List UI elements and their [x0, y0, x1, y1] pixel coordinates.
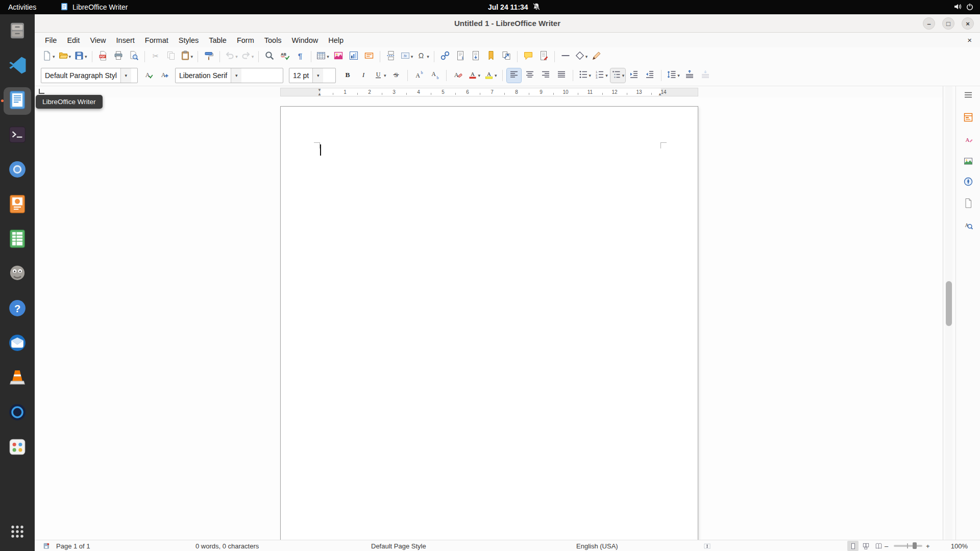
show-draw-functions-button[interactable] — [590, 49, 604, 64]
menu-insert[interactable]: Insert — [111, 35, 140, 46]
close-button[interactable]: × — [962, 17, 974, 30]
book-view-button[interactable] — [873, 541, 884, 551]
cut-button[interactable]: ✂ — [149, 49, 163, 64]
page-count-status[interactable]: Page 1 of 1 — [56, 540, 90, 551]
horizontal-line-button[interactable] — [558, 49, 573, 64]
align-center-button[interactable] — [523, 68, 537, 83]
show-applications-button[interactable] — [0, 518, 35, 547]
single-page-view-button[interactable] — [847, 541, 859, 551]
zoom-level[interactable]: 100% — [951, 540, 968, 551]
selection-mode-icon[interactable] — [703, 540, 711, 551]
italic-button[interactable]: I — [356, 68, 371, 83]
insert-footnote-button[interactable]: 1 — [453, 49, 468, 64]
horizontal-ruler[interactable]: ▼ ▲ ▲ 1234567891011121314 — [280, 88, 698, 96]
dock-chrome[interactable] — [0, 153, 35, 188]
insert-chart-button[interactable] — [347, 49, 361, 64]
vertical-scrollbar-thumb[interactable] — [946, 281, 952, 326]
bold-button[interactable]: B — [340, 68, 355, 83]
clone-formatting-button[interactable] — [202, 49, 216, 64]
dock-libreoffice-impress[interactable] — [0, 188, 35, 222]
undo-button[interactable]: ▾ — [224, 49, 239, 64]
menu-format[interactable]: Format — [140, 35, 174, 46]
maximize-button[interactable]: □ — [942, 17, 954, 30]
menu-edit[interactable]: Edit — [62, 35, 85, 46]
dock-software-center[interactable] — [0, 431, 35, 465]
justify-button[interactable] — [554, 68, 569, 83]
insert-page-break-button[interactable] — [384, 49, 398, 64]
new-document-button[interactable]: ▾ — [41, 49, 56, 64]
decrease-indent-button[interactable] — [643, 68, 657, 83]
dock-files[interactable] — [0, 14, 35, 49]
insert-special-character-button[interactable]: Ω▾ — [415, 49, 430, 64]
increase-paragraph-spacing-button[interactable] — [682, 68, 697, 83]
chevron-down-icon[interactable]: ▾ — [312, 68, 323, 83]
dock-terminal[interactable] — [0, 118, 35, 153]
dock-libreoffice-writer[interactable] — [0, 84, 35, 118]
update-style-button[interactable]: A — [141, 68, 156, 83]
print-button[interactable] — [111, 49, 126, 64]
activities-button[interactable]: Activities — [8, 0, 36, 14]
insert-hyperlink-button[interactable] — [438, 49, 452, 64]
zoom-in-button[interactable]: + — [926, 540, 930, 551]
dock-thunderbird[interactable] — [0, 327, 35, 361]
underline-button[interactable]: U▾ — [372, 68, 387, 83]
highlight-color-button[interactable]: A▾ — [483, 68, 498, 83]
minimize-button[interactable]: – — [923, 17, 935, 30]
superscript-button[interactable]: Ab — [412, 68, 426, 83]
insert-table-button[interactable]: ▾ — [315, 49, 330, 64]
insert-image-button[interactable] — [331, 49, 346, 64]
dock-gimp[interactable] — [0, 257, 35, 292]
document-page[interactable] — [280, 106, 698, 540]
dock-help[interactable]: ? — [0, 292, 35, 327]
font-size-combo[interactable]: 12 pt ▾ — [289, 68, 336, 83]
zoom-out-button[interactable]: – — [885, 540, 888, 551]
menu-form[interactable]: Form — [232, 35, 259, 46]
clock-menu[interactable]: Jul 24 11:34 — [488, 0, 541, 14]
insert-text-box-button[interactable] — [362, 49, 376, 64]
paragraph-style-combo[interactable]: Default Paragraph Styl ▾ — [41, 68, 138, 83]
align-left-button[interactable] — [507, 68, 521, 83]
zoom-slider-thumb[interactable] — [913, 542, 917, 549]
outline-list-button[interactable]: ▾ — [610, 68, 626, 83]
word-count-status[interactable]: 0 words, 0 characters — [195, 540, 259, 551]
find-and-replace-button[interactable] — [262, 49, 277, 64]
menu-view[interactable]: View — [85, 35, 111, 46]
menu-table[interactable]: Table — [204, 35, 232, 46]
menu-window[interactable]: Window — [287, 35, 324, 46]
export-pdf-button[interactable]: PDF — [96, 49, 110, 64]
spelling-button[interactable]: AB — [278, 49, 292, 64]
gallery-deck-button[interactable] — [961, 155, 975, 169]
page-style-status[interactable]: Default Page Style — [371, 540, 426, 551]
align-right-button[interactable] — [538, 68, 553, 83]
properties-deck-button[interactable] — [961, 111, 975, 126]
menu-tools[interactable]: Tools — [259, 35, 287, 46]
subscript-button[interactable]: Ab — [428, 68, 442, 83]
dock-firefox[interactable] — [0, 396, 35, 431]
title-bar[interactable]: Untitled 1 - LibreOffice Writer –□× — [35, 14, 980, 33]
language-status[interactable]: English (USA) — [576, 540, 618, 551]
ordered-list-button[interactable]: 1.2.3.▾ — [594, 68, 609, 83]
strikethrough-button[interactable]: S — [389, 68, 403, 83]
sidebar-settings-button[interactable] — [961, 89, 975, 103]
tab-stop-selector-icon[interactable] — [39, 89, 44, 94]
chevron-down-icon[interactable]: ▾ — [231, 68, 241, 83]
decrease-paragraph-spacing-button[interactable] — [698, 68, 713, 83]
formatting-marks-button[interactable]: ¶ — [293, 49, 307, 64]
dock-vlc[interactable] — [0, 361, 35, 396]
paste-button[interactable]: ▾ — [179, 49, 194, 64]
clear-formatting-button[interactable]: A — [451, 68, 465, 83]
unordered-list-button[interactable]: ▾ — [577, 68, 593, 83]
multi-page-view-button[interactable] — [860, 541, 871, 551]
style-inspector-deck-button[interactable]: A — [961, 219, 975, 233]
document-canvas[interactable] — [35, 97, 943, 540]
redo-button[interactable]: ▾ — [240, 49, 255, 64]
font-color-button[interactable]: A▾ — [467, 68, 482, 83]
print-preview-button[interactable] — [127, 49, 141, 64]
insert-field-button[interactable]: fx▾ — [399, 49, 414, 64]
insert-bookmark-button[interactable] — [484, 49, 498, 64]
page-deck-button[interactable] — [961, 197, 975, 211]
save-button[interactable]: ▾ — [73, 49, 88, 64]
new-style-button[interactable]: A — [157, 68, 172, 83]
dock-libreoffice-calc[interactable] — [0, 222, 35, 257]
open-file-button[interactable]: ▾ — [57, 49, 72, 64]
